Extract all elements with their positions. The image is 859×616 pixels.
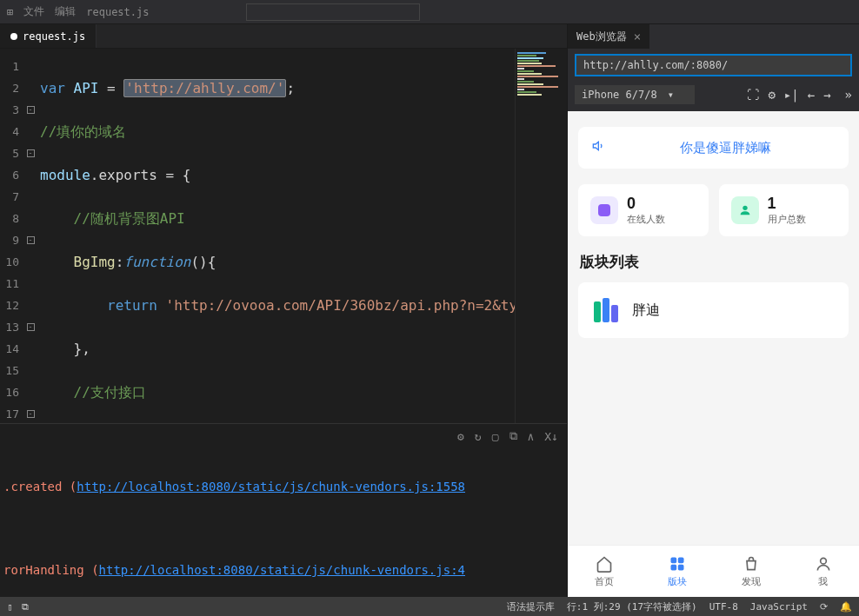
code-editor[interactable]: 1234 5678 9101112 13141516 17 -- - -- va…	[0, 49, 567, 423]
svg-rect-6	[671, 565, 677, 571]
terminal-gear-icon[interactable]: ⚙	[457, 430, 464, 443]
status-bell-icon[interactable]: 🔔	[840, 601, 852, 613]
terminal-line: rorHandling (	[3, 563, 99, 577]
main-area: request.js 1234 5678 9101112 13141516 17…	[0, 24, 859, 597]
announcement-card[interactable]: 你是傻逼胖娣嘛	[578, 127, 849, 169]
terminal-restart-icon[interactable]: ↻	[475, 430, 482, 443]
home-icon	[596, 554, 613, 573]
status-terminal-icon[interactable]: ▯	[7, 601, 13, 613]
status-bar: ▯ ⧉ 语法提示库 行:1 列:29 (17字符被选择) UTF-8 JavaS…	[0, 597, 859, 616]
list-item-icon	[590, 295, 622, 326]
back-icon[interactable]: ←	[808, 88, 815, 102]
forward-icon[interactable]: →	[823, 88, 830, 102]
status-language[interactable]: JavaScript	[750, 601, 808, 613]
mobile-nav: 首页 版块 发现 我	[568, 545, 859, 597]
status-cmd-icon[interactable]: ⧉	[22, 601, 29, 613]
device-select[interactable]: iPhone 6/7/8 ▾	[575, 85, 695, 104]
mobile-preview: 你是傻逼胖娣嘛 0 在线人数 1 用户总数	[568, 111, 859, 597]
svg-rect-4	[671, 558, 677, 564]
terminal-up-icon[interactable]: ∧	[528, 430, 535, 443]
menu-edit[interactable]: 编辑	[55, 4, 76, 19]
line-gutter: 1234 5678 9101112 13141516 17	[0, 49, 24, 423]
status-encoding[interactable]: UTF-8	[709, 601, 738, 613]
svg-rect-1	[594, 301, 601, 322]
editor-tab[interactable]: request.js	[0, 24, 97, 48]
nav-blocks[interactable]: 版块	[668, 554, 687, 588]
svg-rect-5	[678, 558, 684, 564]
terminal-close-icon[interactable]: X↓	[544, 430, 558, 443]
discover-icon	[742, 554, 760, 573]
terminal-stop-icon[interactable]: ▢	[492, 430, 499, 443]
stat-users-value: 1	[768, 195, 806, 213]
terminal-link[interactable]: http://localhost:8080/static/js/chunk-ve…	[99, 563, 465, 577]
svg-rect-3	[611, 305, 618, 322]
browser-tab[interactable]: Web浏览器 ×	[568, 24, 649, 49]
close-icon[interactable]: ×	[634, 30, 641, 43]
blocks-icon	[669, 554, 686, 573]
stat-users-icon	[731, 196, 759, 224]
tab-label: request.js	[23, 30, 85, 43]
modified-dot-icon	[10, 33, 17, 40]
top-search-input[interactable]	[246, 3, 420, 21]
nav-home[interactable]: 首页	[595, 554, 614, 588]
nav-me[interactable]: 我	[815, 554, 832, 588]
editor-tab-bar: request.js	[0, 24, 567, 49]
terminal-output[interactable]: .created (http://localhost:8080/static/j…	[0, 448, 567, 597]
status-position[interactable]: 行:1 列:29 (17字符被选择)	[567, 600, 697, 613]
sound-icon	[592, 139, 606, 156]
status-sync-icon[interactable]: ⟳	[820, 601, 828, 613]
browser-tab-header: Web浏览器 ×	[568, 24, 859, 49]
stat-users-label: 用户总数	[768, 213, 806, 226]
editor-panel: request.js 1234 5678 9101112 13141516 17…	[0, 24, 567, 597]
svg-rect-2	[603, 298, 609, 322]
announcement-text: 你是傻逼胖娣嘛	[616, 140, 835, 156]
terminal-line: .created (	[3, 480, 77, 493]
menu-file[interactable]: 文件	[23, 4, 44, 19]
browser-tab-label: Web浏览器	[576, 30, 627, 44]
more-icon[interactable]: »	[845, 88, 852, 102]
nav-discover[interactable]: 发现	[742, 554, 761, 588]
stat-online-value: 0	[627, 195, 665, 213]
terminal-panel: ⚙ ↻ ▢ ⧉ ∧ X↓ .created (http://localhost:…	[0, 423, 567, 597]
expand-icon[interactable]: ⛶	[747, 88, 759, 102]
settings-icon[interactable]: ⚙	[768, 88, 775, 102]
stat-online-label: 在线人数	[627, 213, 665, 226]
stat-online[interactable]: 0 在线人数	[578, 184, 709, 236]
svg-rect-7	[678, 565, 684, 571]
stat-users[interactable]: 1 用户总数	[719, 184, 849, 236]
devtools-icon[interactable]: ▸|	[784, 88, 799, 102]
stats-row: 0 在线人数 1 用户总数	[578, 184, 849, 236]
status-syntax[interactable]: 语法提示库	[507, 600, 555, 613]
top-menu-bar: ⊞ 文件 编辑 request.js	[0, 0, 859, 24]
chevron-down-icon: ▾	[668, 89, 674, 101]
menu-item[interactable]: ⊞	[7, 6, 13, 18]
terminal-external-icon[interactable]: ⧉	[509, 429, 517, 443]
section-title: 版块列表	[580, 252, 847, 272]
svg-point-8	[821, 558, 827, 564]
list-item[interactable]: 胖迪	[578, 282, 849, 338]
list-item-label: 胖迪	[632, 301, 660, 320]
stat-online-icon	[590, 196, 618, 224]
terminal-link[interactable]: http://localhost:8080/static/js/chunk-ve…	[77, 480, 465, 493]
menu-hint[interactable]: request.js	[86, 6, 149, 18]
url-input[interactable]: http://ahlly.com/:8080/	[575, 54, 852, 76]
device-toolbar: iPhone 6/7/8 ▾ ⛶ ⚙ ▸| ← → »	[568, 82, 859, 108]
browser-panel: Web浏览器 × http://ahlly.com/:8080/ iPhone …	[567, 24, 859, 597]
minimap[interactable]	[515, 49, 567, 423]
svg-point-0	[742, 206, 747, 210]
code-content[interactable]: var API = 'http://ahlly.com/'; //填你的域名 m…	[37, 49, 515, 423]
user-icon	[815, 554, 832, 573]
terminal-toolbar: ⚙ ↻ ▢ ⧉ ∧ X↓	[0, 424, 567, 448]
fold-column[interactable]: -- - --	[24, 49, 37, 423]
